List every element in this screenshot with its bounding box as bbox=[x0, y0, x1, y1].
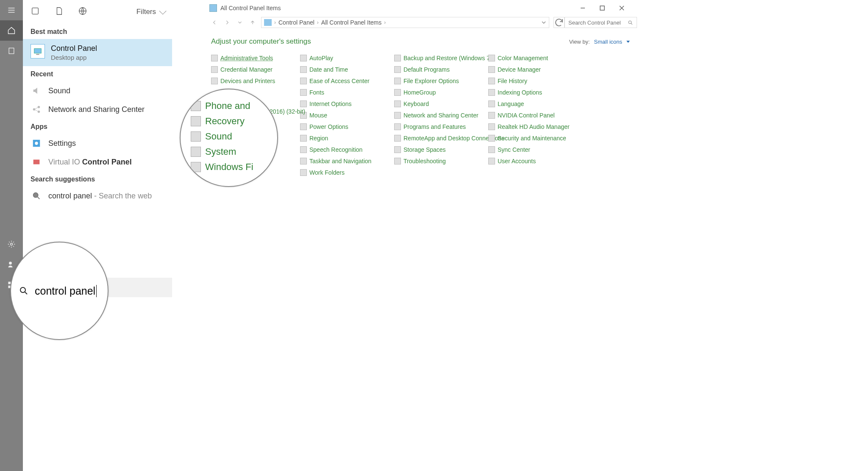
web-filter-icon[interactable] bbox=[78, 6, 87, 17]
refresh-button[interactable] bbox=[554, 17, 565, 28]
filters-label: Filters bbox=[136, 8, 156, 16]
cp-item[interactable]: Fonts bbox=[300, 88, 394, 97]
cp-item-label: Fonts bbox=[309, 89, 324, 96]
cp-item[interactable]: Devices and Printers bbox=[211, 76, 300, 86]
cp-item[interactable]: RemoteApp and Desktop Connections bbox=[394, 134, 488, 143]
cp-item-icon bbox=[300, 146, 307, 153]
close-button[interactable] bbox=[612, 2, 632, 14]
magnified-search-bubble: control panel bbox=[10, 242, 108, 340]
viewby-label: View by: bbox=[569, 39, 590, 45]
cp-item[interactable]: Network and Sharing Center bbox=[394, 111, 488, 120]
cp-item[interactable]: Power Options bbox=[300, 122, 394, 131]
search-suggestion[interactable]: control panel - Search the web bbox=[23, 187, 172, 205]
cp-item-label: Device Manager bbox=[498, 66, 541, 73]
cp-item[interactable]: Speech Recognition bbox=[300, 145, 394, 154]
window-titlebar[interactable]: All Control Panel Items bbox=[207, 2, 634, 14]
search-results-panel: Filters Best match Control Panel Desktop… bbox=[23, 0, 172, 471]
cp-item-label: Taskbar and Navigation bbox=[309, 158, 371, 164]
cp-item[interactable]: Backup and Restore (Windows 7) bbox=[394, 53, 488, 63]
cp-item-label: Keyboard bbox=[403, 100, 429, 107]
bubble-item[interactable]: System bbox=[191, 146, 236, 157]
cp-item-icon bbox=[300, 55, 307, 61]
cp-item-icon bbox=[300, 100, 307, 107]
cp-item-label: Mouse bbox=[309, 112, 327, 119]
nav-up-button[interactable] bbox=[248, 18, 257, 27]
cp-item[interactable]: Programs and Features bbox=[394, 122, 488, 131]
cp-item[interactable]: Color Management bbox=[488, 53, 581, 63]
filters-dropdown[interactable]: Filters bbox=[136, 8, 164, 16]
cp-item[interactable]: Region bbox=[300, 134, 394, 143]
magnified-items-bubble: Phone and Recovery Sound System Windows … bbox=[180, 89, 278, 187]
cp-item-label: Internet Options bbox=[309, 100, 352, 107]
cp-item[interactable]: Keyboard bbox=[394, 99, 488, 109]
settings-button[interactable] bbox=[0, 234, 23, 254]
cp-item[interactable]: AutoPlay bbox=[300, 53, 394, 63]
cp-item-label: Security and Maintenance bbox=[498, 135, 566, 142]
cp-item[interactable]: Sync Center bbox=[488, 145, 581, 154]
cp-item-label: Date and Time bbox=[309, 66, 348, 73]
cp-item-label: AutoPlay bbox=[309, 55, 333, 61]
cp-item-label: Default Programs bbox=[403, 66, 450, 73]
nav-recent-dropdown[interactable] bbox=[236, 18, 244, 27]
cp-item[interactable]: Storage Spaces bbox=[394, 145, 488, 154]
cp-item[interactable]: Troubleshooting bbox=[394, 156, 488, 166]
best-match-result[interactable]: Control Panel Desktop app bbox=[23, 39, 172, 66]
cp-item-icon bbox=[488, 100, 495, 107]
menu-button[interactable] bbox=[0, 0, 23, 20]
recent-item[interactable]: Sound bbox=[23, 81, 172, 100]
minimize-button[interactable] bbox=[573, 2, 593, 14]
cp-item[interactable]: File Explorer Options bbox=[394, 76, 488, 86]
nav-forward-button[interactable] bbox=[223, 18, 231, 27]
control-panel-search[interactable] bbox=[565, 17, 637, 28]
view-by-dropdown[interactable]: View by: Small icons bbox=[569, 39, 630, 45]
notebook-button[interactable] bbox=[0, 41, 23, 61]
apps-item[interactable]: Virtual IO Control Panel bbox=[23, 153, 172, 171]
chevron-down-icon[interactable] bbox=[541, 20, 546, 25]
cp-item-icon bbox=[488, 158, 495, 164]
apps-filter-icon[interactable] bbox=[31, 6, 40, 17]
bubble-item[interactable]: Windows Fi bbox=[191, 162, 253, 173]
bubble-item[interactable]: Sound bbox=[191, 131, 232, 142]
cp-item[interactable]: File History bbox=[488, 76, 581, 86]
cp-item[interactable]: Realtek HD Audio Manager bbox=[488, 122, 581, 131]
cp-item[interactable]: Administrative Tools bbox=[211, 53, 300, 63]
cp-item[interactable]: Security and Maintenance bbox=[488, 134, 581, 143]
cp-item[interactable]: User Accounts bbox=[488, 156, 581, 166]
cp-item-icon bbox=[300, 135, 307, 142]
cp-item-label: File Explorer Options bbox=[403, 78, 459, 84]
cp-item-icon bbox=[300, 123, 307, 130]
cp-item-icon bbox=[488, 66, 495, 73]
cp-item[interactable]: HomeGroup bbox=[394, 88, 488, 97]
nav-back-button[interactable] bbox=[210, 18, 219, 27]
bubble-item[interactable]: Recovery bbox=[191, 116, 245, 127]
maximize-button[interactable] bbox=[593, 2, 612, 14]
cp-item[interactable]: Device Manager bbox=[488, 65, 581, 74]
cp-item[interactable]: Ease of Access Center bbox=[300, 76, 394, 86]
cp-item[interactable]: Work Folders bbox=[300, 168, 394, 177]
cp-item-icon bbox=[394, 135, 401, 142]
cp-item-icon bbox=[488, 78, 495, 84]
cp-item-label: Backup and Restore (Windows 7) bbox=[403, 55, 492, 61]
cp-item[interactable]: Taskbar and Navigation bbox=[300, 156, 394, 166]
cp-item[interactable]: Date and Time bbox=[300, 65, 394, 74]
home-button[interactable] bbox=[0, 20, 23, 41]
cp-item[interactable]: NVIDIA Control Panel bbox=[488, 111, 581, 120]
svg-rect-20 bbox=[600, 6, 604, 10]
cp-item-label: Programs and Features bbox=[403, 123, 466, 130]
bubble-item[interactable]: Phone and bbox=[191, 100, 250, 111]
cp-item[interactable]: Language bbox=[488, 99, 581, 109]
window-title: All Control Panel Items bbox=[220, 5, 281, 11]
cp-item[interactable]: Mouse bbox=[300, 111, 394, 120]
svg-point-2 bbox=[9, 262, 12, 265]
cp-item[interactable]: Internet Options bbox=[300, 99, 394, 109]
breadcrumb-item[interactable]: All Control Panel Items bbox=[321, 19, 381, 26]
cp-item[interactable]: Credential Manager bbox=[211, 65, 300, 74]
cp-search-input[interactable] bbox=[568, 20, 628, 26]
recent-item[interactable]: Network and Sharing Center bbox=[23, 100, 172, 119]
breadcrumb-bar[interactable]: › Control Panel › All Control Panel Item… bbox=[261, 17, 549, 28]
cp-item[interactable]: Indexing Options bbox=[488, 88, 581, 97]
breadcrumb-item[interactable]: Control Panel bbox=[278, 19, 314, 26]
apps-item[interactable]: Settings bbox=[23, 134, 172, 153]
cp-item[interactable]: Default Programs bbox=[394, 65, 488, 74]
documents-filter-icon[interactable] bbox=[54, 6, 64, 17]
